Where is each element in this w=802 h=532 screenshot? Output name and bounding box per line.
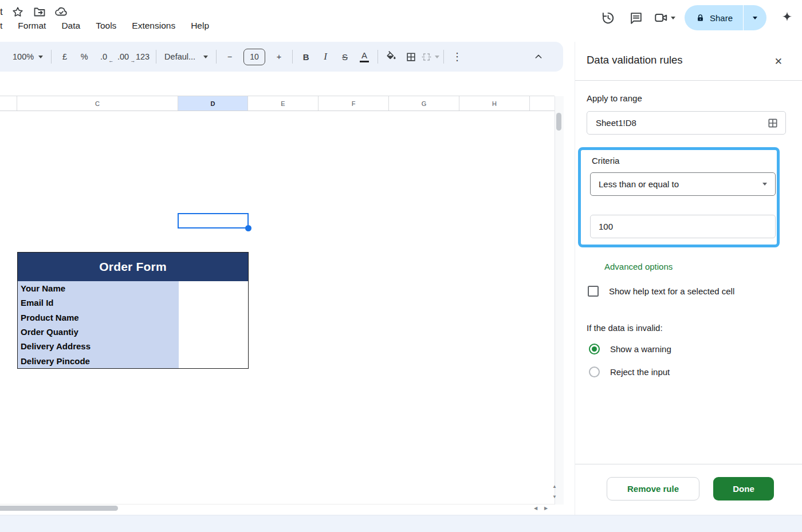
order-form-value-cell[interactable] xyxy=(179,281,248,295)
column-header-D[interactable]: D xyxy=(178,96,248,111)
order-form-value-cell[interactable] xyxy=(179,295,248,310)
hide-menus-icon[interactable] xyxy=(529,47,548,66)
help-text-checkbox[interactable] xyxy=(588,286,599,297)
column-header-row: C D E F G H xyxy=(0,96,555,111)
criteria-label: Criteria xyxy=(592,156,619,165)
decrease-decimal-button[interactable]: .0← xyxy=(94,47,113,66)
range-value: Sheet1!D8 xyxy=(596,118,767,128)
advanced-options-link[interactable]: Advanced options xyxy=(604,262,673,271)
font-size-input[interactable]: 10 xyxy=(243,49,265,65)
share-options-caret[interactable] xyxy=(744,5,766,30)
move-folder-icon[interactable] xyxy=(33,5,46,19)
criteria-condition-dropdown[interactable]: Less than or equal to xyxy=(590,172,776,196)
toolbar-divider xyxy=(378,50,378,64)
criteria-value-input[interactable]: 100 xyxy=(590,215,776,238)
bold-button[interactable]: B xyxy=(296,47,316,66)
column-header-G[interactable]: G xyxy=(389,96,459,111)
vertical-scrollbar-track xyxy=(555,96,564,505)
scroll-left-icon[interactable]: ◀ xyxy=(532,505,540,511)
share-button-group: Share xyxy=(685,5,766,30)
vertical-scrollbar-thumb[interactable] xyxy=(556,113,561,131)
scroll-up-icon[interactable]: ▲ xyxy=(551,483,559,490)
version-history-icon[interactable] xyxy=(596,6,619,29)
font-caret-icon xyxy=(203,56,208,58)
reject-input-option[interactable]: Reject the input xyxy=(589,367,670,377)
merge-cells-button[interactable] xyxy=(420,47,440,66)
order-form-label-cell[interactable]: Delivery Pincode xyxy=(18,354,179,368)
menu-item-format[interactable]: Format xyxy=(18,21,46,31)
reject-input-radio[interactable] xyxy=(589,367,600,377)
scrollbar-divider xyxy=(0,504,555,505)
zoom-caret-icon xyxy=(38,56,43,58)
column-header-stub[interactable] xyxy=(0,96,17,111)
order-form-label-cell[interactable]: Order Quantiy xyxy=(18,325,179,339)
horizontal-scrollbar-thumb[interactable] xyxy=(0,506,118,511)
order-form-label-cell[interactable]: Your Name xyxy=(18,281,179,295)
italic-button[interactable]: I xyxy=(316,47,335,66)
order-form-value-cell[interactable] xyxy=(179,354,248,368)
show-warning-option[interactable]: Show a warning xyxy=(589,344,671,354)
order-form-value-cell[interactable] xyxy=(179,339,248,353)
merge-cells-icon xyxy=(421,52,432,62)
order-form-title-cell[interactable]: Order Form xyxy=(17,252,249,281)
share-button[interactable]: Share xyxy=(685,5,743,30)
order-form-label-cell[interactable]: Product Name xyxy=(18,310,179,325)
spreadsheet-grid[interactable]: Order Form Your Name Email Id Product Na… xyxy=(0,111,555,505)
column-header-F[interactable]: F xyxy=(319,96,389,111)
reject-input-label: Reject the input xyxy=(610,367,670,377)
close-icon[interactable]: ✕ xyxy=(775,56,783,68)
format-percent-button[interactable]: % xyxy=(74,47,94,66)
order-form-label-cell[interactable]: Delivery Address xyxy=(18,339,179,353)
more-toolbar-button[interactable]: ⋮ xyxy=(447,47,467,66)
table-row: Product Name xyxy=(18,310,248,325)
select-data-range-icon[interactable] xyxy=(767,117,779,129)
lock-icon xyxy=(696,13,705,23)
fill-handle[interactable] xyxy=(245,225,251,231)
text-color-button[interactable]: A xyxy=(355,47,374,66)
column-header-stub[interactable] xyxy=(530,96,555,111)
help-text-option[interactable]: Show help text for a selected cell xyxy=(588,286,734,297)
meet-caret-icon[interactable] xyxy=(671,17,675,19)
order-form-value-cell[interactable] xyxy=(179,325,248,339)
column-header-H[interactable]: H xyxy=(459,96,530,111)
column-header-C[interactable]: C xyxy=(17,96,178,111)
comments-icon[interactable] xyxy=(625,6,648,29)
order-form-value-cell[interactable] xyxy=(179,310,248,325)
menu-item-help[interactable]: Help xyxy=(191,21,209,31)
increase-decimal-button[interactable]: .00→ xyxy=(113,47,133,66)
gemini-sparkle-icon[interactable] xyxy=(776,6,799,29)
zoom-select[interactable]: 100% xyxy=(8,47,48,66)
done-button[interactable]: Done xyxy=(713,477,774,501)
strikethrough-button[interactable]: S xyxy=(335,47,355,66)
increase-font-size-button[interactable]: + xyxy=(269,47,289,66)
selected-cell-D8[interactable] xyxy=(178,213,249,228)
more-formats-button[interactable]: 123 xyxy=(133,47,152,66)
invalid-data-label: If the data is invalid: xyxy=(587,323,663,333)
table-row: Your Name xyxy=(18,281,248,295)
range-input[interactable]: Sheet1!D8 xyxy=(587,111,786,135)
toolbar: 100% £ % .0← .00→ 123 Defaul... − 10 + B… xyxy=(0,42,563,72)
order-form-label-cell[interactable]: Email Id xyxy=(18,295,179,310)
meet-button[interactable] xyxy=(654,10,675,25)
font-select[interactable]: Defaul... xyxy=(160,47,213,66)
scroll-right-icon[interactable]: ▶ xyxy=(542,505,550,511)
menu-item-tools[interactable]: Tools xyxy=(96,21,116,31)
document-title-partial[interactable]: t xyxy=(0,6,3,18)
toolbar-divider xyxy=(51,50,52,64)
remove-rule-button[interactable]: Remove rule xyxy=(607,477,699,501)
fill-color-icon[interactable] xyxy=(382,47,401,66)
decrease-font-size-button[interactable]: − xyxy=(220,47,239,66)
cloud-status-icon[interactable] xyxy=(54,5,68,19)
borders-icon[interactable] xyxy=(401,47,420,66)
column-header-E[interactable]: E xyxy=(248,96,319,111)
toolbar-divider xyxy=(443,50,444,64)
show-warning-radio[interactable] xyxy=(589,344,600,354)
scroll-down-icon[interactable]: ▼ xyxy=(551,493,559,500)
menu-item-partial[interactable]: t xyxy=(0,21,2,31)
menu-item-data[interactable]: Data xyxy=(61,21,80,31)
menu-item-extensions[interactable]: Extensions xyxy=(132,21,175,31)
star-icon[interactable] xyxy=(11,5,25,19)
format-currency-button[interactable]: £ xyxy=(55,47,74,66)
table-row: Email Id xyxy=(18,295,248,310)
apply-to-range-label: Apply to range xyxy=(587,93,642,103)
